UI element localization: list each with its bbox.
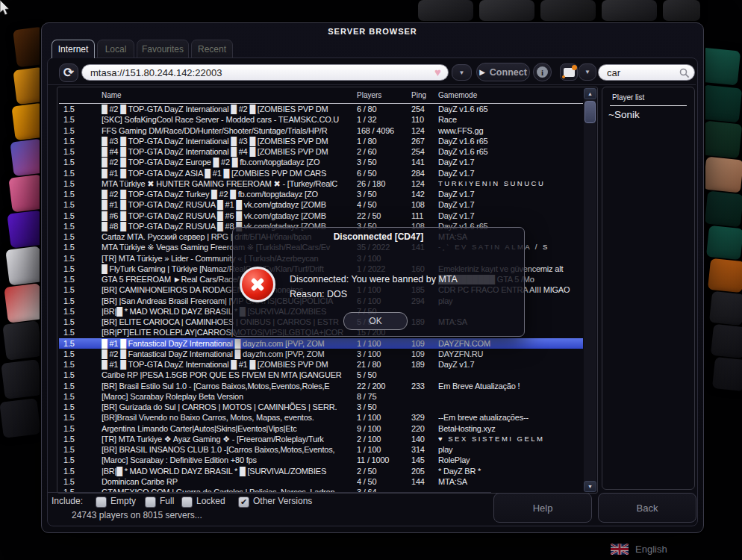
checkbox-other-versions-label[interactable]: Other Versions	[253, 496, 312, 506]
tab-local[interactable]: Local	[97, 40, 134, 58]
scroll-down-button[interactable]: ▼	[584, 481, 596, 492]
connect-button[interactable]: ▶ Connect	[476, 63, 530, 81]
tab-recent[interactable]: Recent	[191, 40, 233, 58]
server-name: GTAMEXICO.COM | Guerra de Carteles | Pol…	[102, 487, 357, 492]
server-gamemode: DayZ v1.7	[438, 199, 583, 210]
favorite-heart-icon[interactable]: ♥	[434, 66, 441, 78]
column-header-ping[interactable]: Ping	[411, 91, 438, 99]
column-header-gamemode[interactable]: Gamemode	[438, 91, 583, 99]
server-name: [BR] BRASIL INSANOS CLUB 1.0 -[Carros Ba…	[102, 444, 357, 455]
server-row[interactable]: 1.5FFS Gaming DM/Race/DD/Hunter/Shooter/…	[59, 125, 583, 136]
server-name: █ #1 █ Fantastical DayZ International █ …	[102, 338, 357, 349]
server-row[interactable]: 1.5[TR] MTA Turkiye ❖ Ayaz Gaming ❖ - [F…	[59, 434, 583, 444]
server-version: 1.5	[59, 455, 102, 465]
add-server-button[interactable]	[560, 63, 578, 81]
server-ping: 233	[411, 381, 438, 391]
server-gamemode: Em Breve Atualização !	[438, 381, 583, 391]
tab-favourites[interactable]: Favourites	[137, 40, 189, 58]
checkbox-locked-label[interactable]: Locked	[196, 496, 225, 506]
server-gamemode: Race	[438, 114, 583, 125]
server-row[interactable]: 1.5MTA Türkiye ✖ HUNTER GAMING FREEROAM …	[59, 178, 583, 189]
server-row[interactable]: 1.5Argentina Limando Carter|Autos|Skins|…	[59, 423, 583, 434]
server-row[interactable]: 1.5[BR] Gurizada do Sul | CARROS | MOTOS…	[59, 402, 583, 412]
background-thumbnail	[712, 357, 742, 391]
background-thumbnail	[700, 84, 742, 122]
server-ping: 254	[411, 104, 438, 114]
server-gamemode: DayZ v1.6 r65	[438, 136, 583, 146]
server-row[interactable]: 1.5█ #1 █ TOP-GTA DayZ International █ #…	[59, 359, 583, 370]
play-icon: ▶	[479, 68, 485, 76]
server-row[interactable]: 1.5[BR] Brasil Estilo Sul 1.0 - [Carros …	[59, 381, 583, 391]
server-row[interactable]: 1.5[BR]Brasil Vivendo no Baixo Carros, M…	[59, 412, 583, 423]
server-row[interactable]: 1.5█ #1 █ TOP-GTA DayZ RUS/UA █ #1 █ vk.…	[59, 199, 583, 210]
server-row[interactable]: 1.5█ #2 █ Fantastical DayZ International…	[59, 349, 583, 359]
checkbox-full[interactable]	[145, 497, 156, 508]
server-row[interactable]: 1.5[Maroc] Scarabay Roleplay Beta Versio…	[59, 391, 583, 402]
server-version: 1.5	[59, 264, 102, 274]
server-gamemode: DayZ v1.6 r65	[438, 146, 583, 157]
server-row[interactable]: 1.5█ #2 █ TOP-GTA DayZ Turkey █ #2 █ fb.…	[59, 189, 583, 199]
add-server-dropdown-button[interactable]: ▼	[579, 63, 596, 81]
server-gamemode: RolePlay	[438, 455, 583, 465]
column-header-players[interactable]: Players	[357, 91, 411, 99]
server-name: █ #2 █ Fantastical DayZ International █ …	[102, 349, 357, 359]
server-players: 2 / 60	[357, 146, 411, 157]
refresh-button[interactable]: ⟳	[59, 63, 78, 82]
server-ping: 205	[411, 466, 438, 476]
server-name: [Maroc] Scarabay Roleplay Beta Version	[102, 391, 357, 402]
server-row[interactable]: 1.5█ #3 █ TOP-GTA DayZ International █ #…	[59, 136, 583, 146]
status-text: 24743 players on 8015 servers...	[72, 510, 202, 520]
server-row[interactable]: 1.5Dominican Caribe RP4 / 50144MTA:SA	[59, 476, 583, 487]
server-ping: 110	[411, 114, 438, 125]
help-button[interactable]: Help	[493, 493, 592, 523]
checkbox-empty[interactable]	[96, 497, 107, 508]
language-selector[interactable]: English	[611, 544, 667, 555]
server-name: █ #1 █ TOP-GTA DayZ ASIA █ #1 █ [ZOMBIES…	[102, 168, 357, 178]
server-gamemode: DAYZFN.RU	[438, 349, 583, 359]
server-row[interactable]: 1.5Caribe RP |PESA 1.5GB POR QUE ES FIVE…	[59, 370, 583, 380]
back-button[interactable]: Back	[598, 493, 696, 523]
player-list-item[interactable]: ~Sonik	[608, 109, 640, 120]
server-version: 1.5	[59, 338, 102, 349]
ok-button[interactable]: OK	[343, 312, 408, 330]
checkbox-other-versions[interactable]: ✔	[238, 497, 249, 508]
search-input[interactable]: car	[598, 64, 695, 81]
server-name: █ #2 █ TOP-GTA DayZ International █ #2 █…	[102, 104, 357, 114]
checkbox-empty-label[interactable]: Empty	[110, 496, 136, 506]
search-icon	[679, 68, 690, 78]
scroll-up-button[interactable]: ▲	[584, 88, 596, 99]
address-dropdown-button[interactable]: ▼	[452, 64, 472, 81]
server-version: 1.5	[59, 189, 102, 199]
column-header-name[interactable]: Name	[102, 91, 357, 99]
server-row[interactable]: 1.5█ #1 █ Fantastical DayZ International…	[59, 338, 583, 349]
server-row[interactable]: 1.5[SKC] SofaKingCool Race Server - Modd…	[59, 114, 583, 125]
server-row[interactable]: 1.5[BR] BRASIL INSANOS CLUB 1.0 -[Carros…	[59, 444, 583, 455]
server-version: 1.5	[59, 487, 102, 492]
scrollbar[interactable]: ▲ ▼	[584, 88, 596, 492]
server-players: 4 / 50	[357, 476, 411, 487]
server-row[interactable]: 1.5[Maroc] Scarabay : Definitive Edition…	[59, 455, 583, 465]
server-row[interactable]: 1.5█ #2 █ TOP-GTA DayZ Europe █ #2 █ fb.…	[59, 157, 583, 167]
checkbox-full-label[interactable]: Full	[160, 496, 174, 506]
server-name: █ #4 █ TOP-GTA DayZ International █ #4 █…	[102, 146, 357, 157]
tab-internet[interactable]: Internet	[52, 40, 95, 58]
server-row[interactable]: 1.5█ #2 █ TOP-GTA DayZ International █ #…	[59, 104, 583, 114]
address-bar[interactable]: mtasa://151.80.244.142:22003 ♥	[81, 64, 449, 81]
server-players: 22 / 50	[357, 211, 411, 221]
server-row[interactable]: 1.5|BR|█ * MAD WORLD DAYZ BRASIL * █ [SU…	[59, 466, 583, 476]
chevron-down-icon: ▼	[584, 69, 590, 75]
server-version: 1.5	[59, 434, 102, 444]
server-row[interactable]: 1.5█ #1 █ TOP-GTA DayZ ASIA █ #1 █ [ZOMB…	[59, 168, 583, 178]
server-row[interactable]: 1.5GTAMEXICO.COM | Guerra de Carteles | …	[59, 487, 583, 492]
include-label: Include:	[52, 496, 83, 506]
scrollbar-thumb[interactable]	[584, 101, 596, 123]
checkbox-locked[interactable]	[181, 497, 193, 508]
server-row[interactable]: 1.5█ #4 █ TOP-GTA DayZ International █ #…	[59, 146, 583, 157]
disconnected-dialog: Disconnected [CD47] Disconnected: You we…	[232, 227, 525, 337]
server-row[interactable]: 1.5█ #6 █ TOP-GTA DayZ RUS/UA █ #6 █ vk.…	[59, 211, 583, 221]
server-players: 1 / 80	[357, 136, 411, 146]
toolbar-separator	[48, 84, 696, 85]
background-thumbnail	[711, 324, 742, 358]
server-version: 1.5	[59, 306, 102, 317]
server-info-button[interactable]: i	[533, 63, 552, 81]
